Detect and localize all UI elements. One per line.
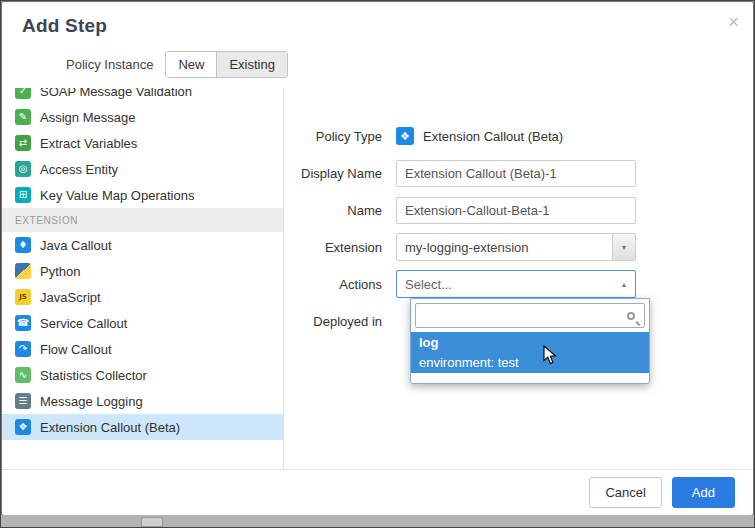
policy-item-label: SOAP Message Validation bbox=[40, 88, 192, 99]
mouse-cursor bbox=[543, 345, 557, 365]
policy-item-label: Flow Callout bbox=[40, 342, 112, 357]
policy-item-javascript[interactable]: JavaScript bbox=[2, 284, 283, 310]
background-page bbox=[1, 515, 754, 527]
actions-label: Actions bbox=[284, 277, 396, 292]
dropdown-search-input[interactable] bbox=[422, 308, 627, 323]
extension-callout-icon bbox=[396, 127, 414, 145]
service-callout-icon bbox=[15, 315, 31, 331]
policy-instance-toggle: New Existing bbox=[165, 51, 288, 78]
dropdown-options: log environment: test bbox=[411, 332, 649, 373]
background-page-fragment bbox=[141, 517, 163, 527]
policy-item-label: Message Logging bbox=[40, 394, 143, 409]
policy-item-label: Extract Variables bbox=[40, 136, 137, 151]
policy-instance-toolbar: Policy Instance New Existing bbox=[2, 43, 753, 88]
statistics-icon bbox=[15, 367, 31, 383]
policy-item-message-logging[interactable]: Message Logging bbox=[2, 388, 283, 414]
policy-form: Policy Type Extension Callout (Beta) Dis… bbox=[284, 88, 753, 469]
modal-title: Add Step bbox=[22, 15, 733, 37]
java-icon bbox=[15, 237, 31, 253]
close-icon[interactable]: × bbox=[728, 12, 739, 31]
policy-type-value: Extension Callout (Beta) bbox=[423, 129, 563, 144]
modal-content: SOAP Message Validation Assign Message E… bbox=[2, 88, 753, 469]
display-name-label: Display Name bbox=[284, 166, 396, 181]
modal-header: Add Step × bbox=[2, 2, 753, 43]
policy-instance-existing-button[interactable]: Existing bbox=[216, 52, 287, 77]
policy-item-statistics-collector[interactable]: Statistics Collector bbox=[2, 362, 283, 388]
policy-item-assign-message[interactable]: Assign Message bbox=[2, 104, 283, 130]
policy-instance-label: Policy Instance bbox=[66, 57, 153, 72]
policy-item-flow-callout[interactable]: Flow Callout bbox=[2, 336, 283, 362]
policy-item-service-callout[interactable]: Service Callout bbox=[2, 310, 283, 336]
extension-select-value: my-logging-extension bbox=[397, 240, 612, 255]
policy-item-label: Extension Callout (Beta) bbox=[40, 420, 180, 435]
screen: Add Step × Policy Instance New Existing … bbox=[0, 0, 755, 528]
cancel-button[interactable]: Cancel bbox=[589, 477, 661, 508]
policy-item-label: JavaScript bbox=[40, 290, 101, 305]
policy-list-scroll[interactable]: SOAP Message Validation Assign Message E… bbox=[2, 88, 283, 440]
assign-message-icon bbox=[15, 109, 31, 125]
policy-item-label: Statistics Collector bbox=[40, 368, 147, 383]
policy-item-extract-variables[interactable]: Extract Variables bbox=[2, 130, 283, 156]
policy-item-java-callout[interactable]: Java Callout bbox=[2, 232, 283, 258]
actions-select[interactable]: Select... bbox=[396, 270, 636, 298]
policy-item-key-value-map-operations[interactable]: Key Value Map Operations bbox=[2, 182, 283, 208]
policy-type-label: Policy Type bbox=[284, 129, 396, 144]
access-entity-icon bbox=[15, 161, 31, 177]
policy-item-label: Service Callout bbox=[40, 316, 127, 331]
message-logging-icon bbox=[15, 393, 31, 409]
dropdown-option-environment-test[interactable]: environment: test bbox=[411, 352, 649, 373]
policy-item-label: Java Callout bbox=[40, 238, 112, 253]
soap-validation-icon bbox=[15, 88, 31, 99]
javascript-icon bbox=[15, 289, 31, 305]
modal-footer: Cancel Add bbox=[2, 469, 753, 515]
search-icon bbox=[627, 312, 635, 320]
extension-label: Extension bbox=[284, 240, 396, 255]
extension-callout-icon bbox=[15, 419, 31, 435]
extension-select[interactable]: my-logging-extension bbox=[396, 233, 636, 261]
python-icon bbox=[15, 263, 31, 279]
policy-instance-new-button[interactable]: New bbox=[166, 52, 216, 77]
policy-item-extension-callout-beta[interactable]: Extension Callout (Beta) bbox=[2, 414, 283, 440]
policy-item-soap-message-validation[interactable]: SOAP Message Validation bbox=[2, 88, 283, 104]
display-name-row: Display Name bbox=[284, 159, 753, 187]
actions-select-placeholder: Select... bbox=[397, 277, 613, 292]
name-input[interactable] bbox=[396, 197, 636, 224]
add-step-modal: Add Step × Policy Instance New Existing … bbox=[1, 1, 754, 516]
display-name-input[interactable] bbox=[396, 160, 636, 187]
policy-type-value-wrap: Extension Callout (Beta) bbox=[396, 127, 563, 145]
extension-row: Extension my-logging-extension bbox=[284, 233, 753, 261]
dropdown-group-log[interactable]: log bbox=[411, 332, 649, 352]
chevron-down-icon bbox=[612, 234, 635, 260]
policy-type-row: Policy Type Extension Callout (Beta) bbox=[284, 122, 753, 150]
actions-dropdown: log environment: test bbox=[410, 298, 650, 384]
actions-row: Actions Select... log environment: test bbox=[284, 270, 753, 298]
extract-variables-icon bbox=[15, 135, 31, 151]
key-value-map-icon bbox=[15, 187, 31, 203]
chevron-up-icon bbox=[613, 281, 635, 288]
policy-item-label: Access Entity bbox=[40, 162, 118, 177]
policy-list: SOAP Message Validation Assign Message E… bbox=[2, 88, 284, 469]
policy-item-label: Python bbox=[40, 264, 80, 279]
policy-item-python[interactable]: Python bbox=[2, 258, 283, 284]
name-label: Name bbox=[284, 203, 396, 218]
policy-item-label: Key Value Map Operations bbox=[40, 188, 194, 203]
add-button[interactable]: Add bbox=[672, 477, 735, 508]
section-header-extension: EXTENSION bbox=[2, 208, 283, 232]
deployed-in-label: Deployed in bbox=[284, 314, 396, 329]
dropdown-search bbox=[415, 303, 645, 328]
flow-callout-icon bbox=[15, 341, 31, 357]
policy-item-access-entity[interactable]: Access Entity bbox=[2, 156, 283, 182]
policy-item-label: Assign Message bbox=[40, 110, 135, 125]
name-row: Name bbox=[284, 196, 753, 224]
